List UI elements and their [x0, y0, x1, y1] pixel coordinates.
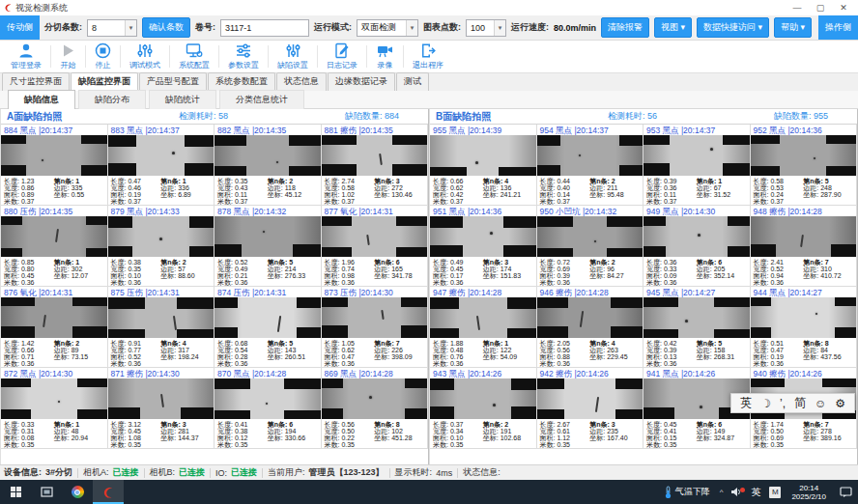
- defect-thumbnail[interactable]: [322, 378, 428, 419]
- defect-thumbnail[interactable]: [537, 297, 644, 338]
- slit-count-select[interactable]: 8▾: [87, 19, 137, 37]
- clock[interactable]: 20:14 2025/2/10: [785, 484, 833, 501]
- defect-thumbnail[interactable]: [214, 297, 321, 338]
- tab-7[interactable]: 测试: [396, 72, 429, 91]
- video-record-button[interactable]: 录像: [367, 41, 403, 72]
- defect-thumbnail[interactable]: [644, 135, 750, 176]
- defect-cell[interactable]: 945 黑点 |20:14:27长度: 0.42宽度: 0.39面积: 0.13…: [644, 287, 751, 368]
- subtab-2[interactable]: 缺陷分布: [78, 90, 146, 110]
- defect-cell[interactable]: 955 黑点 |20:14:39长度: 0.66宽度: 0.62面积: 0.42…: [430, 125, 537, 206]
- defect-cell[interactable]: 884 黑点 |20:14:37长度: 1.23宽度: 0.86面积: 0.89…: [1, 125, 108, 206]
- confirm-count-button[interactable]: 确认条数: [142, 17, 190, 38]
- defect-thumbnail[interactable]: [537, 378, 644, 419]
- maximize-icon[interactable]: ▢: [810, 2, 831, 14]
- debug-mode-button[interactable]: 调试模式: [121, 41, 169, 72]
- help-menu-button[interactable]: 帮助 ▾: [774, 17, 812, 38]
- defect-cell[interactable]: 879 黑点 |20:14:33长度: 0.38宽度: 0.35面积: 0.10…: [108, 206, 215, 287]
- tab-6[interactable]: 边缘数据记录: [328, 72, 395, 91]
- defect-settings-button[interactable]: 缺陷设置: [269, 41, 317, 72]
- defect-cell[interactable]: 869 黑点 |20:14:28长度: 0.56宽度: 0.50面积: 0.22…: [322, 368, 429, 449]
- defect-thumbnail[interactable]: [1, 378, 107, 419]
- data-quick-access-button[interactable]: 数据快捷访问 ▾: [697, 17, 769, 38]
- stop-button[interactable]: 停止: [86, 41, 120, 72]
- ime-indicator[interactable]: M: [765, 487, 785, 498]
- subtab-1[interactable]: 缺陷信息: [8, 90, 75, 110]
- defect-thumbnail[interactable]: [322, 297, 428, 338]
- close-icon[interactable]: ✕: [833, 2, 854, 14]
- defect-thumbnail[interactable]: [214, 378, 321, 419]
- run-mode-select[interactable]: 双面检测▾: [357, 19, 418, 37]
- ime-toolbar[interactable]: 英☽’,简☺⚙: [730, 393, 855, 413]
- admin-login-button[interactable]: 管理登录: [2, 41, 50, 72]
- tab-4[interactable]: 系统参数配置: [208, 72, 275, 91]
- ime-settings-gear-icon[interactable]: ⚙: [835, 397, 845, 410]
- detection-app-icon[interactable]: [93, 480, 124, 504]
- log-record-button[interactable]: 日志记录: [318, 41, 366, 72]
- defect-cell[interactable]: 877 氧化 |20:14:31长度: 1.96宽度: 0.74面积: 0.98…: [322, 206, 429, 287]
- tab-1[interactable]: 尺寸监控界面: [2, 72, 70, 91]
- defect-cell[interactable]: 946 擦伤 |20:14:28长度: 2.05宽度: 0.56面积: 0.88…: [537, 287, 644, 368]
- language-indicator[interactable]: 英: [746, 486, 765, 499]
- defect-cell[interactable]: 943 黑点 |20:14:26长度: 0.37宽度: 0.34面积: 0.10…: [430, 368, 537, 449]
- tab-2[interactable]: 缺陷监控界面: [71, 72, 138, 91]
- defect-thumbnail[interactable]: [537, 216, 644, 257]
- defect-cell[interactable]: 881 擦伤 |20:14:35长度: 2.74宽度: 0.58面积: 1.02…: [322, 125, 429, 206]
- subtab-3[interactable]: 缺陷统计: [149, 90, 216, 110]
- defect-cell[interactable]: 950 小凹坑 |20:14:32长度: 0.72宽度: 0.69面积: 0.3…: [537, 206, 644, 287]
- defect-thumbnail[interactable]: [1, 297, 107, 338]
- drive-side-button[interactable]: 传动侧: [0, 15, 40, 40]
- defect-cell[interactable]: 882 黑点 |20:14:35长度: 0.35宽度: 0.43面积: 0.11…: [214, 125, 322, 206]
- defect-cell[interactable]: 942 擦伤 |20:14:26长度: 2.67宽度: 0.61面积: 1.12…: [537, 368, 644, 449]
- ime-fullwidth-icon[interactable]: ☽: [760, 397, 771, 410]
- defect-thumbnail[interactable]: [751, 135, 857, 176]
- defect-cell[interactable]: 948 擦伤 |20:14:28长度: 2.41宽度: 0.52面积: 0.94…: [751, 206, 858, 287]
- defect-cell[interactable]: 944 黑点 |20:14:27长度: 0.51宽度: 0.47面积: 0.19…: [751, 287, 858, 368]
- defect-thumbnail[interactable]: [322, 135, 428, 176]
- start-button[interactable]: [0, 480, 31, 504]
- start-button[interactable]: 开始: [51, 41, 85, 72]
- ime-simplified-mode[interactable]: 简: [794, 395, 806, 411]
- defect-thumbnail[interactable]: [108, 216, 214, 257]
- tray-expand-caret[interactable]: ^: [716, 488, 728, 496]
- roll-number-input[interactable]: 3117-1: [220, 19, 309, 37]
- defect-cell[interactable]: 952 黑点 |20:14:36长度: 0.58宽度: 0.53面积: 0.24…: [751, 125, 858, 206]
- ime-emoji-icon[interactable]: ☺: [815, 397, 826, 410]
- exit-program-button[interactable]: 退出程序: [404, 41, 452, 72]
- defect-cell[interactable]: 871 擦伤 |20:14:30长度: 3.12宽度: 0.45面积: 1.08…: [108, 368, 215, 449]
- defect-cell[interactable]: 878 黑点 |20:14:32长度: 0.52宽度: 0.49面积: 0.21…: [214, 206, 322, 287]
- defect-thumbnail[interactable]: [108, 297, 214, 338]
- defect-thumbnail[interactable]: [644, 297, 750, 338]
- defect-thumbnail[interactable]: [1, 135, 107, 176]
- volume-icon[interactable]: [727, 487, 746, 497]
- ime-english-mode[interactable]: 英: [740, 395, 752, 411]
- defect-thumbnail[interactable]: [108, 378, 214, 419]
- ime-punctuation-icon[interactable]: ’,: [780, 397, 786, 410]
- defect-thumbnail[interactable]: [214, 216, 321, 257]
- subtab-4[interactable]: 分类信息统计: [219, 90, 304, 110]
- defect-cell[interactable]: 883 黑点 |20:14:37长度: 0.47宽度: 0.46面积: 0.19…: [108, 125, 215, 206]
- weather-widget[interactable]: 气温下降: [658, 486, 716, 499]
- defect-thumbnail[interactable]: [751, 216, 857, 257]
- action-center-icon[interactable]: [833, 480, 858, 504]
- param-settings-button[interactable]: 参数设置: [219, 41, 268, 72]
- operator-side-button[interactable]: 操作侧: [818, 15, 858, 40]
- defect-thumbnail[interactable]: [214, 135, 321, 176]
- defect-cell[interactable]: 873 压伤 |20:14:30长度: 1.05宽度: 0.62面积: 0.47…: [322, 287, 429, 368]
- defect-cell[interactable]: 953 黑点 |20:14:37长度: 0.39宽度: 0.36面积: 0.11…: [644, 125, 751, 206]
- defect-thumbnail[interactable]: [751, 297, 857, 338]
- defect-thumbnail[interactable]: [430, 135, 536, 176]
- defect-cell[interactable]: 951 黑点 |20:14:36长度: 0.49宽度: 0.45面积: 0.17…: [430, 206, 537, 287]
- defect-cell[interactable]: 874 压伤 |20:14:31长度: 0.68宽度: 0.54面积: 0.28…: [214, 287, 322, 368]
- minimize-icon[interactable]: —: [786, 2, 808, 14]
- defect-thumbnail[interactable]: [108, 135, 214, 176]
- defect-thumbnail[interactable]: [644, 216, 750, 257]
- defect-thumbnail[interactable]: [430, 297, 536, 338]
- tab-5[interactable]: 状态信息: [276, 72, 327, 91]
- system-config-button[interactable]: 系统配置: [170, 41, 218, 72]
- task-view-button[interactable]: [31, 480, 62, 504]
- defect-thumbnail[interactable]: [430, 216, 536, 257]
- defect-cell[interactable]: 872 黑点 |20:14:30长度: 0.33宽度: 0.31面积: 0.08…: [1, 368, 108, 449]
- defect-cell[interactable]: 954 黑点 |20:14:37长度: 0.44宽度: 0.40面积: 0.14…: [537, 125, 644, 206]
- defect-thumbnail[interactable]: [1, 216, 107, 257]
- defect-thumbnail[interactable]: [322, 216, 428, 257]
